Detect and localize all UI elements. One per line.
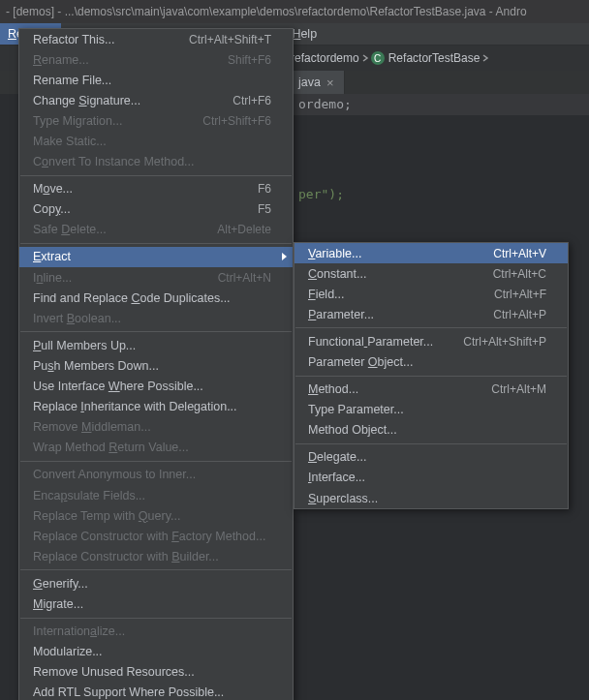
menu-item-label: Method...: [308, 382, 464, 396]
refactor-menu-item-refactor-this[interactable]: Refactor This...Ctrl+Alt+Shift+T: [19, 29, 293, 49]
extract-menu-item-functional-parameter[interactable]: Functional Parameter...Ctrl+Alt+Shift+P: [294, 331, 568, 351]
menu-item-label: Type Parameter...: [308, 403, 546, 416]
menu-item-label: Make Static...: [33, 135, 271, 148]
menu-item-label: Wrap Method Return Value...: [33, 441, 271, 454]
menu-separator: [20, 243, 292, 244]
refactor-menu-item-copy[interactable]: Copy...F5: [19, 199, 293, 220]
menu-item-label: Invert Boolean...: [33, 312, 271, 325]
refactor-menu-item-change-signature[interactable]: Change Signature...Ctrl+F6: [19, 90, 293, 110]
menu-item-shortcut: F5: [258, 202, 271, 216]
menu-item-label: Delegate...: [308, 450, 546, 464]
menu-item-shortcut: Shift+F6: [228, 53, 271, 67]
refactor-menu-item-modularize[interactable]: Modularize...: [19, 642, 293, 662]
menu-item-label: Replace Constructor with Factory Method.…: [33, 530, 271, 543]
refactor-menu-item-rename: Rename...Shift+F6: [19, 49, 293, 70]
menu-item-label: Method Object...: [308, 423, 546, 437]
menu-item-label: Change Signature...: [33, 94, 205, 107]
refactor-menu-item-invert-boolean: Invert Boolean...: [19, 308, 293, 328]
extract-menu-item-parameter[interactable]: Parameter...Ctrl+Alt+P: [294, 304, 568, 324]
refactor-menu-item-inline: Inline...Ctrl+Alt+N: [19, 267, 293, 288]
refactor-menu-item-use-interface-where-possible[interactable]: Use Interface Where Possible...: [19, 377, 293, 397]
menu-item-label: Safe Delete...: [33, 223, 190, 236]
refactor-menu-item-replace-inheritance-with-delegation[interactable]: Replace Inheritance with Delegation...: [19, 397, 293, 417]
menu-item-shortcut: Ctrl+Alt+M: [491, 382, 546, 396]
menu-item-shortcut: Ctrl+Alt+Shift+P: [463, 335, 546, 349]
menu-item-label: Rename...: [33, 53, 201, 67]
refactor-menu-item-encapsulate-fields: Encapsulate Fields...: [19, 485, 293, 505]
refactor-menu-item-type-migration: Type Migration...Ctrl+Shift+F6: [19, 110, 293, 131]
menu-item-label: Generify...: [33, 577, 271, 591]
editor-tab-label: java: [298, 76, 321, 89]
refactor-menu-item-move[interactable]: Move...F6: [19, 179, 293, 199]
menu-item-label: Parameter Object...: [308, 355, 546, 369]
extract-menu-item-field[interactable]: Field...Ctrl+Alt+F: [294, 284, 568, 304]
menu-item-label: Field...: [308, 288, 467, 301]
menu-item-label: Replace Constructor with Builder...: [33, 550, 271, 563]
menu-separator: [295, 376, 567, 377]
menu-item-label: Replace Temp with Query...: [33, 509, 271, 523]
menu-item-label: Rename File...: [33, 74, 271, 87]
extract-menu-item-delegate[interactable]: Delegate...: [294, 447, 568, 468]
refactor-menu-item-make-static: Make Static...: [19, 131, 293, 151]
code-fragment: ordemo;: [298, 97, 352, 111]
menu-item-label: Refactor This...: [33, 33, 162, 46]
editor-tab[interactable]: java ×: [291, 71, 345, 94]
refactor-menu-item-migrate[interactable]: Migrate...: [19, 593, 293, 614]
extract-menu-item-interface[interactable]: Interface...: [294, 468, 568, 488]
extract-menu-item-type-parameter[interactable]: Type Parameter...: [294, 400, 568, 420]
extract-menu-item-superclass[interactable]: Superclass...: [294, 488, 568, 508]
menu-item-label: Interface...: [308, 471, 546, 484]
refactor-menu-item-generify[interactable]: Generify...: [19, 573, 293, 593]
breadcrumb-package[interactable]: refactordemo: [291, 51, 359, 65]
menu-separator: [20, 569, 292, 570]
extract-menu-item-method-object[interactable]: Method Object...: [294, 420, 568, 441]
menu-item-label: Add RTL Support Where Possible...: [33, 685, 271, 699]
menu-item-label: Modularize...: [33, 645, 271, 658]
refactor-menu-item-replace-constructor-with-builder: Replace Constructor with Builder...: [19, 546, 293, 566]
menu-separator: [20, 461, 292, 462]
refactor-menu-item-wrap-method-return-value: Wrap Method Return Value...: [19, 438, 293, 458]
close-icon[interactable]: ×: [326, 76, 334, 90]
refactor-menu-item-find-and-replace-code-duplicates[interactable]: Find and Replace Code Duplicates...: [19, 288, 293, 308]
menu-item-label: Remove Middleman...: [33, 420, 271, 434]
refactor-menu-item-remove-middleman: Remove Middleman...: [19, 417, 293, 438]
menu-item-label: Extract: [33, 250, 271, 263]
menu-item-label: Find and Replace Code Duplicates...: [33, 291, 271, 305]
menu-item-shortcut: Ctrl+Shift+F6: [202, 114, 271, 128]
menu-item-label: Convert To Instance Method...: [33, 155, 271, 168]
window-titlebar: - [demos] - ...\demos\src\main\java\com\…: [0, 0, 589, 23]
refactor-menu-item-replace-constructor-with-factory-method: Replace Constructor with Factory Method.…: [19, 526, 293, 546]
refactor-menu-item-extract[interactable]: Extract: [19, 247, 293, 267]
menu-item-label: Functional Parameter...: [308, 335, 436, 349]
menu-item-label: Push Members Down...: [33, 359, 271, 373]
extract-menu-item-constant[interactable]: Constant...Ctrl+Alt+C: [294, 263, 568, 284]
refactor-menu-item-safe-delete: Safe Delete...Alt+Delete: [19, 220, 293, 240]
extract-submenu: Variable...Ctrl+Alt+VConstant...Ctrl+Alt…: [294, 242, 569, 509]
menu-item-label: Migrate...: [33, 597, 271, 611]
chevron-right-icon: [359, 52, 371, 64]
refactor-menu-item-pull-members-up[interactable]: Pull Members Up...: [19, 335, 293, 355]
refactor-menu-item-remove-unused-resources[interactable]: Remove Unused Resources...: [19, 662, 293, 683]
menu-item-label: Parameter...: [308, 308, 466, 321]
menu-item-label: Pull Members Up...: [33, 339, 271, 352]
refactor-menu-item-push-members-down[interactable]: Push Members Down...: [19, 355, 293, 376]
menu-item-label: Remove Unused Resources...: [33, 665, 271, 679]
code-fragment: per");: [298, 187, 344, 201]
menu-item-shortcut: Ctrl+Alt+Shift+T: [189, 33, 271, 46]
extract-menu-item-method[interactable]: Method...Ctrl+Alt+M: [294, 380, 568, 400]
menu-separator: [20, 618, 292, 619]
menu-item-shortcut: F6: [258, 182, 271, 196]
extract-menu-item-parameter-object[interactable]: Parameter Object...: [294, 351, 568, 372]
class-icon: C: [371, 51, 385, 65]
chevron-right-icon: [480, 52, 491, 64]
extract-menu-item-variable[interactable]: Variable...Ctrl+Alt+V: [294, 243, 568, 263]
menu-item-shortcut: Alt+Delete: [217, 223, 271, 236]
refactor-menu-item-add-rtl-support-where-possible[interactable]: Add RTL Support Where Possible...: [19, 683, 293, 700]
menu-item-shortcut: Ctrl+F6: [232, 94, 271, 107]
refactor-menu-item-rename-file[interactable]: Rename File...: [19, 70, 293, 90]
breadcrumb-class[interactable]: RefactorTestBase: [388, 51, 480, 65]
menu-separator: [20, 175, 292, 176]
menu-item-label: Variable...: [308, 247, 466, 260]
menu-item-label: Type Migration...: [33, 114, 175, 128]
refactor-menu-item-internationalize: Internationalize...: [19, 622, 293, 642]
